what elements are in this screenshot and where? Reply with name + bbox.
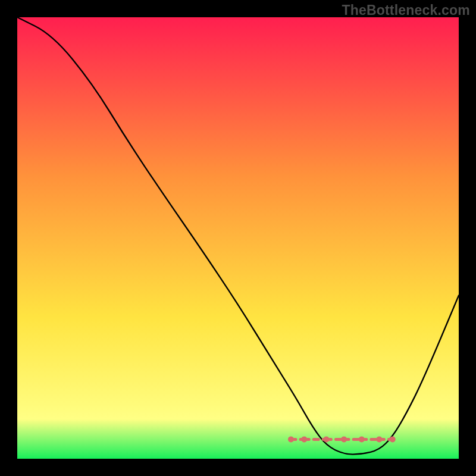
gradient-background bbox=[17, 17, 459, 459]
plot-area bbox=[17, 17, 459, 459]
optimal-band-marker bbox=[390, 436, 396, 442]
chart-svg bbox=[17, 17, 459, 459]
chart-frame: TheBottleneck.com bbox=[0, 0, 476, 476]
watermark-text: TheBottleneck.com bbox=[342, 2, 470, 18]
